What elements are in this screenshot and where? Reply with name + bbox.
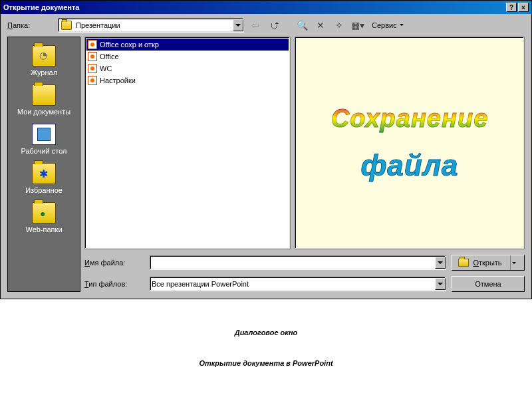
- chevron-down-icon: [398, 21, 404, 29]
- figure-caption: Диалоговое окноОткрытие документа в Powe…: [0, 299, 532, 399]
- open-folder-icon: [458, 259, 469, 267]
- powerpoint-file-icon: [88, 40, 97, 49]
- folder-icon: [61, 21, 72, 30]
- sidebar-item-web-folders[interactable]: Web-папки: [8, 200, 80, 236]
- back-icon[interactable]: ⇦: [248, 18, 263, 33]
- open-split-chevron-icon[interactable]: [510, 255, 518, 270]
- new-folder-icon[interactable]: ✧: [332, 18, 346, 33]
- delete-icon[interactable]: ✕: [313, 18, 328, 33]
- open-button[interactable]: Открыть: [452, 255, 525, 271]
- sidebar-item-desktop[interactable]: Рабочий стол: [8, 121, 80, 158]
- titlebar: Открытие документа ? ×: [1, 1, 531, 14]
- tools-menu[interactable]: Сервис: [369, 21, 406, 29]
- list-item[interactable]: Office: [86, 51, 289, 63]
- close-button[interactable]: ×: [518, 3, 529, 12]
- preview-line1: Сохранение: [331, 104, 489, 133]
- list-item[interactable]: Office сохр и откр: [86, 39, 289, 51]
- list-item[interactable]: WC: [86, 63, 289, 74]
- preview-line2: файла: [360, 149, 458, 182]
- open-document-dialog: Открытие документа ? × Папка: Презентаци…: [0, 0, 532, 299]
- chevron-down-icon[interactable]: [233, 19, 243, 31]
- filetype-value: Все презентации PowerPoint: [150, 280, 435, 288]
- toolbar: Папка: Презентации ⇦ ⮍ 🔍 ✕ ✧ ▦▾ Сервис: [1, 14, 531, 37]
- filename-label: Имя файла:: [84, 259, 144, 267]
- titlebar-buttons: ? ×: [506, 3, 529, 12]
- sidebar-item-my-documents[interactable]: Мои документы: [8, 82, 80, 118]
- file-list[interactable]: Office сохр и откр Office WC Настройки: [84, 37, 291, 249]
- up-one-level-icon[interactable]: ⮍: [267, 18, 281, 33]
- powerpoint-file-icon: [88, 64, 97, 73]
- chevron-down-icon[interactable]: [435, 257, 446, 269]
- powerpoint-file-icon: [88, 76, 97, 85]
- views-icon[interactable]: ▦▾: [350, 18, 365, 33]
- preview-pane: Сохранение файла: [295, 37, 525, 249]
- chevron-down-icon[interactable]: [435, 278, 446, 290]
- list-item[interactable]: Настройки: [86, 74, 289, 86]
- folder-combo-value: Презентации: [74, 21, 233, 29]
- filename-combo[interactable]: [150, 255, 446, 270]
- folder-combo[interactable]: Презентации: [58, 18, 244, 33]
- my-documents-icon: [32, 84, 56, 106]
- history-icon: [32, 45, 56, 66]
- folder-label: Папка:: [7, 21, 54, 29]
- window-title: Открытие документа: [3, 3, 506, 11]
- places-bar: Журнал Мои документы Рабочий стол Избран…: [7, 37, 80, 292]
- search-web-icon[interactable]: 🔍: [295, 18, 309, 33]
- filetype-combo[interactable]: Все презентации PowerPoint: [150, 277, 446, 291]
- favorites-icon: [32, 163, 56, 184]
- cancel-button[interactable]: Отмена: [452, 276, 525, 292]
- web-folders-icon: [32, 202, 56, 223]
- desktop-icon: [32, 124, 56, 145]
- filetype-label: Тип файлов:: [84, 280, 144, 288]
- powerpoint-file-icon: [88, 52, 97, 61]
- help-button[interactable]: ?: [506, 3, 517, 12]
- sidebar-item-history[interactable]: Журнал: [8, 43, 80, 79]
- sidebar-item-favorites[interactable]: Избранное: [8, 160, 80, 197]
